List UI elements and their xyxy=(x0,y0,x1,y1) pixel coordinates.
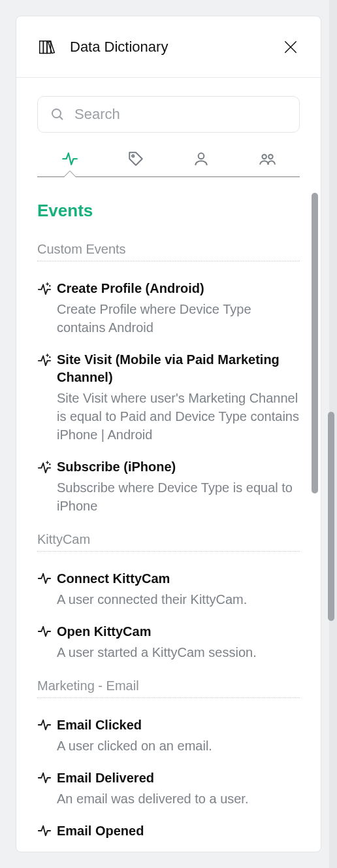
tab-bar xyxy=(37,143,300,177)
event-text: Subscribe (iPhone)Subscribe where Device… xyxy=(57,458,300,515)
event-description: Site Visit where user's Marketing Channe… xyxy=(57,389,300,444)
event-row[interactable]: Site Visit (Mobile via Paid Marketing Ch… xyxy=(37,337,300,444)
event-description: An email was delivered to a user. xyxy=(57,790,300,808)
custom-event-icon xyxy=(37,459,52,474)
close-button[interactable] xyxy=(281,38,300,56)
tab-group[interactable] xyxy=(234,143,300,176)
event-description: A user started a KittyCam session. xyxy=(57,643,300,661)
event-name: Connect KittyCam xyxy=(57,570,300,588)
outer-scrollbar-thumb[interactable] xyxy=(328,412,334,621)
event-row[interactable]: Email ClickedA user clicked on an email. xyxy=(37,702,300,755)
search-box[interactable] xyxy=(37,96,300,133)
activity-icon xyxy=(37,718,52,732)
inner-scrollbar-thumb[interactable] xyxy=(312,193,318,493)
event-name: Email Delivered xyxy=(57,769,300,787)
activity-icon xyxy=(37,771,52,785)
user-icon xyxy=(193,150,210,170)
svg-point-4 xyxy=(132,155,134,157)
event-row[interactable]: Create Profile (Android)Create Profile w… xyxy=(37,265,300,337)
svg-point-2 xyxy=(52,109,61,118)
event-text: Connect KittyCamA user connected their K… xyxy=(57,570,300,609)
tag-icon xyxy=(127,150,144,170)
group-label: KittyCam xyxy=(37,532,300,552)
event-text: Email Opened xyxy=(57,822,300,840)
event-text: Create Profile (Android)Create Profile w… xyxy=(57,280,300,337)
event-name: Create Profile (Android) xyxy=(57,280,300,297)
event-text: Email DeliveredAn email was delivered to… xyxy=(57,769,300,808)
activity-icon xyxy=(37,824,52,838)
event-text: Email ClickedA user clicked on an email. xyxy=(57,716,300,755)
event-row[interactable]: Email Opened xyxy=(37,808,300,840)
content-scroll-area: Events Custom EventsCreate Profile (Andr… xyxy=(16,193,321,852)
search-row xyxy=(16,78,321,137)
activity-icon xyxy=(61,150,78,170)
event-name: Subscribe (iPhone) xyxy=(57,458,300,476)
event-row[interactable]: Open KittyCamA user started a KittyCam s… xyxy=(37,609,300,661)
group-label: Custom Events xyxy=(37,242,300,261)
data-dictionary-panel: Data Dictionary xyxy=(16,16,321,852)
custom-event-icon xyxy=(37,352,52,367)
books-icon xyxy=(37,37,57,57)
panel-header: Data Dictionary xyxy=(16,16,321,78)
section-title: Events xyxy=(37,201,300,221)
search-input[interactable] xyxy=(74,106,287,123)
event-row[interactable]: Connect KittyCamA user connected their K… xyxy=(37,556,300,609)
event-description: Create Profile where Device Type contain… xyxy=(57,300,300,337)
svg-point-6 xyxy=(262,154,266,159)
custom-event-icon xyxy=(37,281,52,295)
event-description: Subscribe where Device Type is equal to … xyxy=(57,478,300,515)
event-description: A user connected their KittyCam. xyxy=(57,590,300,609)
svg-line-3 xyxy=(59,116,63,120)
event-row[interactable]: Email DeliveredAn email was delivered to… xyxy=(37,755,300,808)
activity-icon xyxy=(37,571,52,586)
event-row[interactable]: Subscribe (iPhone)Subscribe where Device… xyxy=(37,444,300,515)
event-description: A user clicked on an email. xyxy=(57,737,300,755)
activity-icon xyxy=(37,624,52,639)
tab-tags[interactable] xyxy=(103,143,169,176)
users-icon xyxy=(259,150,276,170)
event-text: Site Visit (Mobile via Paid Marketing Ch… xyxy=(57,351,300,444)
group-label: Marketing - Email xyxy=(37,678,300,698)
svg-point-5 xyxy=(199,153,204,159)
event-name: Site Visit (Mobile via Paid Marketing Ch… xyxy=(57,351,300,386)
tab-user[interactable] xyxy=(168,143,234,176)
panel-title: Data Dictionary xyxy=(70,39,281,56)
svg-point-7 xyxy=(268,154,273,159)
event-name: Email Opened xyxy=(57,822,300,840)
event-name: Email Clicked xyxy=(57,716,300,734)
active-tab-caret xyxy=(37,171,103,177)
search-icon xyxy=(50,107,65,122)
event-text: Open KittyCamA user started a KittyCam s… xyxy=(57,623,300,661)
event-name: Open KittyCam xyxy=(57,623,300,641)
